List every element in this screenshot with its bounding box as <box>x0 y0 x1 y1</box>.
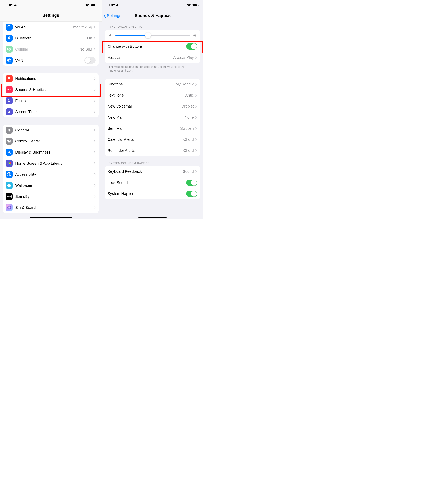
sent-mail-row[interactable]: Sent Mail Swoosh <box>105 123 200 134</box>
wlan-row[interactable]: WLAN mobitrix-5g <box>3 22 99 33</box>
row-value: None <box>185 115 194 120</box>
row-value: Sound <box>183 169 194 174</box>
chevron-right-icon <box>94 140 96 143</box>
change-with-buttons-toggle[interactable] <box>186 43 197 50</box>
chevron-right-icon <box>94 77 96 80</box>
general-row[interactable]: General <box>3 125 99 136</box>
row-label: Focus <box>15 99 25 103</box>
vpn-row[interactable]: VPN <box>3 55 99 66</box>
text-tone-row[interactable]: Text Tone Antic <box>105 90 200 101</box>
row-label: Notifications <box>15 76 36 81</box>
back-button[interactable]: Settings <box>103 13 121 18</box>
svg-point-31 <box>9 186 9 187</box>
moon-icon <box>6 97 13 104</box>
section-header-system: SYSTEM SOUNDS & HAPTICS <box>102 156 203 166</box>
section-header-ringtone: RINGTONE AND ALERTS <box>102 21 203 30</box>
row-label: New Mail <box>108 115 123 120</box>
new-voicemail-row[interactable]: New Voicemail Droplet <box>105 101 200 112</box>
chevron-right-icon <box>195 83 197 86</box>
row-label: Calendar Alerts <box>108 137 134 142</box>
focus-row[interactable]: Focus <box>3 95 99 106</box>
display-brightness-row[interactable]: Display & Brightness <box>3 147 99 158</box>
svg-rect-19 <box>9 162 10 163</box>
svg-line-16 <box>8 153 8 153</box>
row-label: Home Screen & App Library <box>15 161 63 166</box>
row-label: Siri & Search <box>15 205 38 210</box>
siri-icon <box>6 204 13 211</box>
control-center-row[interactable]: Control Center <box>3 136 99 147</box>
slider-thumb[interactable] <box>145 32 151 38</box>
battery-icon <box>91 4 96 7</box>
chevron-right-icon <box>195 94 197 97</box>
keyboard-feedback-row[interactable]: Keyboard Feedback Sound <box>105 166 200 177</box>
accessibility-row[interactable]: Accessibility <box>3 169 99 180</box>
row-value: Chord <box>184 148 194 153</box>
chevron-right-icon <box>94 184 96 187</box>
change-with-buttons-row[interactable]: Change with Buttons <box>105 41 200 52</box>
cellular-row[interactable]: Cellular No SIM <box>3 44 99 55</box>
svg-rect-18 <box>8 162 8 163</box>
grid-icon <box>6 160 13 167</box>
switches-icon <box>6 138 13 145</box>
svg-rect-22 <box>9 163 10 164</box>
cellular-dots-icon: •••• <box>182 4 185 6</box>
row-value: Droplet <box>182 104 194 109</box>
row-label: VPN <box>15 58 23 63</box>
row-label: Cellular <box>15 47 28 51</box>
home-screen-row[interactable]: Home Screen & App Library <box>3 158 99 169</box>
calendar-alerts-row[interactable]: Calendar Alerts Chord <box>105 134 200 145</box>
home-indicator[interactable] <box>30 217 72 218</box>
section-footer: The volume buttons can be used to adjust… <box>102 63 203 73</box>
chevron-right-icon <box>94 129 96 132</box>
lock-sound-row[interactable]: Lock Sound <box>105 177 200 188</box>
reminder-alerts-row[interactable]: Reminder Alerts Chord <box>105 145 200 156</box>
bluetooth-icon <box>6 35 13 42</box>
settings-screen: 10:54 •••• Settings WLAN mobitrix-5g <box>0 0 102 219</box>
page-title: Sounds & Haptics <box>135 13 170 18</box>
status-bar: 10:54 •••• <box>102 0 203 10</box>
scroll-indicator[interactable] <box>101 22 102 79</box>
svg-point-29 <box>9 185 10 186</box>
speaker-icon <box>6 86 13 93</box>
volume-slider[interactable] <box>115 35 190 36</box>
standby-row[interactable]: StandBy <box>3 191 99 202</box>
chevron-right-icon <box>94 110 96 113</box>
volume-group: Change with Buttons Haptics Always Play <box>105 30 200 63</box>
row-value: Chord <box>184 137 194 142</box>
back-label: Settings <box>107 13 121 18</box>
row-value: My Song 2 <box>176 82 194 86</box>
row-label: Display & Brightness <box>15 150 50 154</box>
accessibility-icon <box>6 171 13 178</box>
siri-search-row[interactable]: Siri & Search <box>3 202 99 213</box>
row-label: Bluetooth <box>15 36 32 40</box>
svg-point-8 <box>9 142 10 142</box>
row-label: WLAN <box>15 25 26 29</box>
gear-icon <box>6 127 13 134</box>
svg-rect-20 <box>10 162 11 163</box>
row-value: On <box>87 36 92 40</box>
notifications-row[interactable]: Notifications <box>3 73 99 84</box>
chevron-right-icon <box>195 105 197 108</box>
tones-group: Ringtone My Song 2 Text Tone Antic New V… <box>105 79 200 156</box>
system-haptics-toggle[interactable] <box>186 191 197 197</box>
wallpaper-row[interactable]: Wallpaper <box>3 180 99 191</box>
vpn-toggle[interactable] <box>85 57 96 64</box>
screen-time-row[interactable]: Screen Time <box>3 106 99 117</box>
chevron-right-icon <box>94 99 96 102</box>
home-indicator[interactable] <box>138 217 167 218</box>
status-icons: •••• <box>80 4 96 7</box>
cellular-dots-icon: •••• <box>80 4 84 6</box>
bell-icon <box>6 75 13 82</box>
haptics-row[interactable]: Haptics Always Play <box>105 52 200 63</box>
wifi-icon <box>187 4 191 7</box>
lock-sound-toggle[interactable] <box>186 179 197 186</box>
svg-point-33 <box>10 185 11 186</box>
chevron-right-icon <box>195 127 197 130</box>
svg-rect-26 <box>10 164 11 165</box>
standby-icon <box>6 193 13 200</box>
bluetooth-row[interactable]: Bluetooth On <box>3 33 99 44</box>
new-mail-row[interactable]: New Mail None <box>105 112 200 123</box>
system-haptics-row[interactable]: System Haptics <box>105 188 200 199</box>
sounds-haptics-row[interactable]: Sounds & Haptics <box>3 84 99 95</box>
ringtone-row[interactable]: Ringtone My Song 2 <box>105 79 200 90</box>
